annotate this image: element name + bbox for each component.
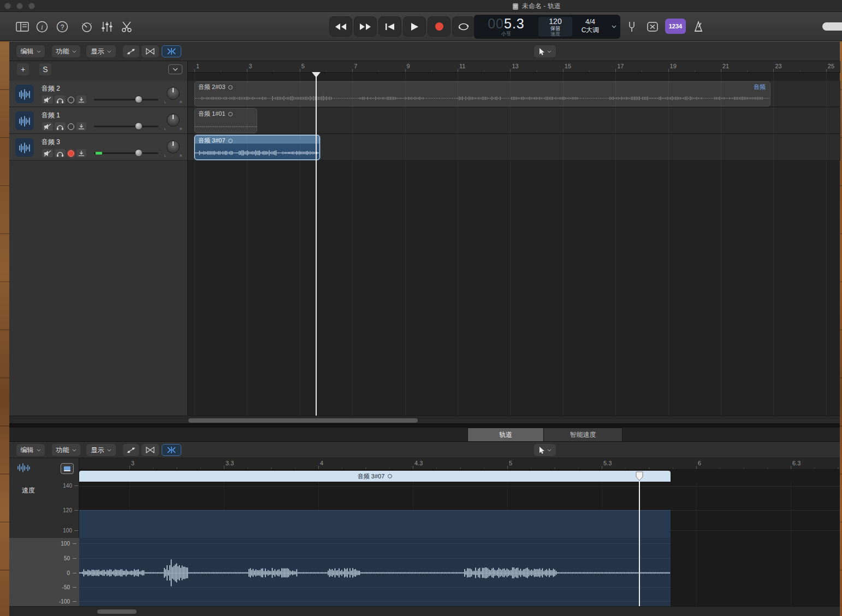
mute-button[interactable] (42, 149, 53, 157)
automation-button[interactable] (123, 45, 139, 57)
mixer-button[interactable] (98, 16, 116, 37)
editor-region-header[interactable]: 音频 3#07 (79, 471, 671, 482)
editor-tabbar: 轨道 智能速度 (9, 428, 840, 442)
pointer-tool-button[interactable] (534, 444, 556, 456)
playhead-handle[interactable] (312, 72, 321, 78)
zoom-button[interactable] (28, 3, 35, 9)
flex-button[interactable] (141, 444, 159, 456)
solo-button[interactable] (55, 149, 66, 157)
track-name[interactable]: 音频 2 (41, 84, 60, 93)
forward-button[interactable] (354, 16, 377, 37)
record-button[interactable] (428, 16, 450, 37)
close-button[interactable] (4, 3, 11, 9)
scrollbar-thumb[interactable] (97, 609, 137, 614)
mute-button[interactable] (42, 96, 53, 104)
volume-slider-thumb[interactable] (135, 96, 143, 103)
editors-button[interactable] (118, 16, 137, 37)
count-in-button[interactable]: 1234 (665, 19, 686, 34)
loop-indicator-icon[interactable] (228, 85, 233, 90)
snap-button[interactable] (162, 444, 181, 456)
region-title: 音频 2#03 (198, 83, 233, 91)
volume-slider-thumb[interactable] (135, 149, 143, 157)
pointer-tool-button[interactable] (534, 45, 556, 57)
lcd-display[interactable]: 005.3 小节 120 保留 速度 4/4 C大调 (474, 15, 620, 39)
input-monitor-button[interactable] (76, 149, 86, 157)
library-button[interactable] (13, 16, 32, 37)
input-monitor-icon (78, 97, 85, 103)
mute-button[interactable] (42, 122, 53, 131)
chevron-down-icon (72, 50, 76, 53)
display-menu-label: 显示 (91, 47, 104, 56)
display-menu-button[interactable]: 显示 (86, 45, 116, 57)
record-enable-button[interactable] (68, 97, 74, 103)
volume-slider[interactable] (94, 152, 158, 154)
pan-knob[interactable] (167, 114, 180, 127)
region-audio-3-07-selected[interactable]: 音频 3#07 (194, 135, 320, 160)
play-button[interactable] (403, 16, 426, 37)
volume-slider[interactable] (94, 126, 158, 127)
pan-knob[interactable] (167, 140, 180, 153)
record-enable-button[interactable] (68, 150, 74, 157)
editor-playhead[interactable] (639, 471, 640, 606)
pane-splitter[interactable] (9, 423, 840, 428)
loop-indicator-icon[interactable] (228, 112, 233, 116)
region-audio-1-01[interactable]: 音频 1#01 (194, 108, 257, 133)
master-volume-slider[interactable] (822, 22, 842, 31)
inspector-button[interactable]: i (33, 16, 51, 37)
input-monitor-button[interactable] (76, 122, 86, 131)
flex-button[interactable] (141, 45, 159, 57)
editor-beat-ruler[interactable]: 33.344.355.366.3 (79, 458, 840, 470)
track-header-audio-1[interactable]: 音频 1 L R (9, 108, 187, 134)
amplitude-scale-label: 100 (61, 541, 70, 547)
rewind-button[interactable] (329, 16, 352, 37)
track-name[interactable]: 音频 1 (41, 111, 60, 120)
snap-button[interactable] (162, 45, 181, 57)
replace-mode-button[interactable] (643, 16, 662, 37)
track-header-audio-2[interactable]: 音频 2 L R (9, 81, 187, 107)
minimize-button[interactable] (16, 3, 23, 9)
editor-horizontal-scrollbar[interactable] (9, 606, 840, 616)
go-to-beginning-button[interactable] (378, 16, 401, 37)
edit-menu-button[interactable]: 编辑 (16, 444, 45, 456)
bar-ruler[interactable]: 135791113151719212325 (188, 61, 840, 73)
lcd-tempo-section[interactable]: 120 保留 速度 (538, 17, 572, 37)
cycle-button[interactable] (452, 16, 475, 37)
tracks-horizontal-scrollbar[interactable] (9, 416, 840, 424)
track-name[interactable]: 音频 3 (41, 138, 60, 147)
master-solo-button[interactable]: S (39, 63, 51, 75)
loop-indicator-icon[interactable] (388, 474, 392, 478)
volume-slider[interactable] (94, 99, 158, 100)
smart-controls-button[interactable] (78, 16, 96, 37)
record-enable-button[interactable] (68, 123, 74, 130)
automation-button[interactable] (123, 444, 139, 456)
tempo-track-label: 速度 (22, 486, 35, 495)
display-menu-button[interactable]: 显示 (86, 444, 116, 456)
lcd-dropdown-button[interactable] (608, 15, 619, 39)
header-config-button[interactable] (168, 64, 182, 74)
metronome-button[interactable] (689, 16, 708, 37)
tuner-button[interactable] (622, 16, 641, 37)
volume-slider-thumb[interactable] (135, 122, 143, 130)
tab-tracks[interactable]: 轨道 (467, 428, 544, 442)
playhead[interactable] (316, 73, 317, 416)
add-track-button[interactable]: + (17, 63, 29, 75)
editor-display-mode-button[interactable] (61, 463, 74, 474)
functions-menu-button[interactable]: 功能 (52, 45, 80, 57)
edit-menu-button[interactable]: 编辑 (16, 45, 45, 57)
pan-knob[interactable] (167, 87, 180, 100)
editor-playhead-handle[interactable] (636, 471, 643, 481)
lcd-key-section[interactable]: 4/4 C大调 (572, 15, 608, 39)
editor-canvas[interactable]: 音频 3#07 (79, 470, 840, 606)
lane-audio-1[interactable] (188, 108, 840, 134)
solo-button[interactable] (55, 122, 66, 131)
region-audio-2-03[interactable]: 音频 2#03 音频 (194, 81, 770, 106)
scrollbar-thumb[interactable] (188, 418, 418, 423)
functions-menu-button[interactable]: 功能 (52, 444, 80, 456)
solo-button[interactable] (55, 96, 66, 104)
tab-smart-tempo[interactable]: 智能速度 (544, 428, 622, 442)
tempo-curve-band[interactable] (79, 510, 671, 538)
input-monitor-button[interactable] (76, 96, 86, 104)
loop-indicator-icon[interactable] (228, 139, 233, 143)
quick-help-button[interactable]: ? (53, 16, 72, 37)
track-header-audio-3[interactable]: 音频 3 L R (9, 134, 187, 161)
